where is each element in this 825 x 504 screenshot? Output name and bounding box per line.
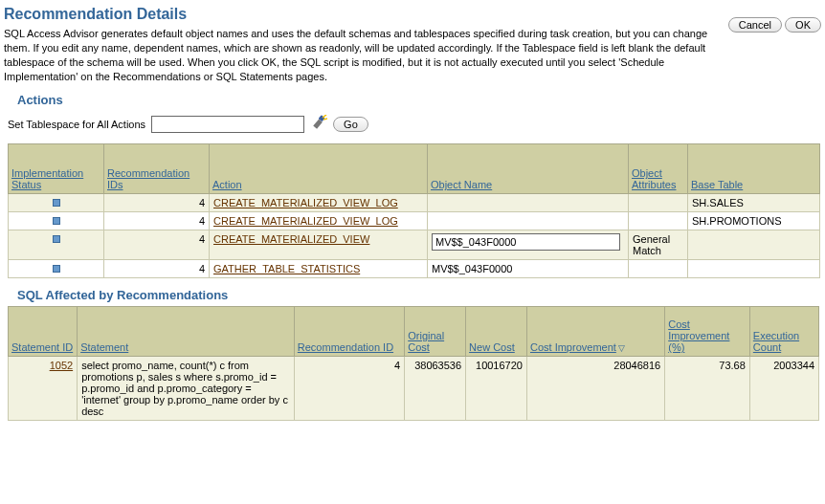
action-link[interactable]: CREATE_MATERIALIZED_VIEW_LOG (213, 215, 398, 227)
actions-section-title: Actions (17, 93, 821, 107)
col-base-table[interactable]: Base Table (688, 144, 820, 194)
cancel-button[interactable]: Cancel (728, 17, 782, 33)
action-cell: CREATE_MATERIALIZED_VIEW_LOG (210, 212, 428, 230)
sort-desc-icon: ▽ (618, 343, 625, 353)
statement-id-cell: 1052 (9, 357, 78, 421)
rec-ids-cell: 4 (104, 260, 210, 278)
col-orig-cost[interactable]: Original Cost (405, 307, 466, 357)
cost-improvement-pct-cell: 73.68 (665, 357, 750, 421)
object-name-cell (428, 212, 629, 230)
col-statement-id[interactable]: Statement ID (9, 307, 78, 357)
object-attributes-cell: General Match (629, 230, 688, 260)
object-name-cell (428, 230, 629, 260)
statement-id-link[interactable]: 1052 (50, 360, 73, 371)
col-impl-status[interactable]: Implementation Status (9, 144, 104, 194)
col-exec-count[interactable]: Execution Count (749, 307, 818, 357)
col-statement[interactable]: Statement (78, 307, 295, 357)
page-title: Recommendation Details (4, 6, 721, 23)
impl-status-cell (9, 260, 104, 278)
rec-id-cell: 4 (294, 357, 404, 421)
status-square-icon (53, 217, 60, 225)
col-object-attributes[interactable]: Object Attributes (629, 144, 688, 194)
base-table-cell: SH.SALES (688, 194, 820, 212)
status-square-icon (53, 235, 60, 243)
exec-count-cell: 2003344 (749, 357, 818, 421)
table-row: 4GATHER_TABLE_STATISTICSMV$$_043F0000 (9, 260, 820, 278)
base-table-cell: SH.PROMOTIONS (688, 212, 820, 230)
table-row: 4CREATE_MATERIALIZED_VIEW_LOGSH.SALES (9, 194, 820, 212)
action-link[interactable]: GATHER_TABLE_STATISTICS (213, 263, 360, 274)
table-row: 1052select promo_name, count(*) c from p… (9, 357, 819, 421)
action-link[interactable]: CREATE_MATERIALIZED_VIEW (213, 233, 369, 245)
table-row: 4CREATE_MATERIALIZED_VIEW_LOGSH.PROMOTIO… (9, 212, 820, 230)
object-name-input[interactable] (432, 233, 620, 251)
rec-ids-cell: 4 (104, 194, 210, 212)
cost-improvement-cell: 28046816 (526, 357, 664, 421)
svg-line-3 (323, 119, 327, 120)
new-cost-cell: 10016720 (466, 357, 527, 421)
object-name-cell (428, 194, 629, 212)
action-link[interactable]: CREATE_MATERIALIZED_VIEW_LOG (213, 197, 398, 208)
col-rec-ids[interactable]: Recommendation IDs (104, 144, 210, 194)
status-square-icon (53, 265, 60, 273)
col-object-name[interactable]: Object Name (428, 144, 629, 194)
action-cell: CREATE_MATERIALIZED_VIEW (210, 230, 428, 260)
impl-status-cell (9, 212, 104, 230)
rec-ids-cell: 4 (104, 230, 210, 260)
go-button[interactable]: Go (333, 117, 368, 132)
table-row: 4CREATE_MATERIALIZED_VIEWGeneral Match (9, 230, 820, 260)
action-cell: CREATE_MATERIALIZED_VIEW_LOG (210, 194, 428, 212)
orig-cost-cell: 38063536 (405, 357, 466, 421)
set-tablespace-label: Set Tablespace for All Actions (8, 119, 145, 130)
statement-cell: select promo_name, count(*) c from promo… (78, 357, 295, 421)
base-table-cell (688, 260, 820, 278)
col-cost-improvement-pct[interactable]: Cost Improvement (%) (665, 307, 750, 357)
sql-table: Statement ID Statement Recommendation ID… (8, 306, 819, 421)
status-square-icon (53, 199, 60, 207)
object-attributes-cell (629, 212, 688, 230)
ok-button[interactable]: OK (785, 17, 821, 33)
object-attributes-cell (629, 194, 688, 212)
flashlight-icon[interactable] (310, 115, 327, 134)
action-cell: GATHER_TABLE_STATISTICS (210, 260, 428, 278)
rec-ids-cell: 4 (104, 212, 210, 230)
impl-status-cell (9, 194, 104, 212)
base-table-cell (688, 230, 820, 260)
col-action[interactable]: Action (210, 144, 428, 194)
col-rec-id[interactable]: Recommendation ID (294, 307, 404, 357)
svg-line-2 (323, 115, 326, 118)
sql-section-title: SQL Affected by Recommendations (17, 288, 821, 302)
object-attributes-cell (629, 260, 688, 278)
page-description: SQL Access Advisor generates default obj… (4, 27, 721, 83)
impl-status-cell (9, 230, 104, 260)
object-name-cell: MV$$_043F0000 (428, 260, 629, 278)
actions-table: Implementation Status Recommendation IDs… (8, 143, 820, 278)
col-cost-improvement[interactable]: Cost Improvement▽ (526, 307, 664, 357)
col-new-cost[interactable]: New Cost (466, 307, 527, 357)
set-tablespace-input[interactable] (151, 116, 304, 133)
